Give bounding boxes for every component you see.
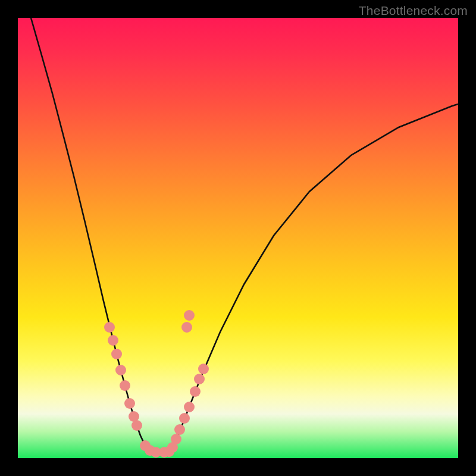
- data-point: [181, 322, 192, 333]
- curve-layer: [18, 18, 458, 458]
- data-point: [190, 386, 201, 397]
- data-point: [131, 420, 142, 431]
- data-point: [115, 365, 126, 375]
- data-point: [184, 402, 195, 412]
- data-point: [198, 364, 209, 374]
- chart-frame: TheBottleneck.com: [0, 0, 476, 476]
- data-point: [124, 398, 135, 409]
- data-point: [174, 424, 185, 435]
- data-point: [104, 322, 115, 333]
- data-point: [120, 380, 130, 391]
- series-left-curve: [31, 18, 148, 451]
- data-point: [171, 434, 181, 444]
- data-point: [108, 335, 118, 346]
- watermark-text: TheBottleneck.com: [359, 4, 468, 18]
- plot-area: [18, 18, 458, 458]
- series-right-curve: [170, 104, 458, 452]
- data-point: [184, 310, 195, 321]
- data-point: [194, 374, 205, 384]
- data-point: [111, 349, 122, 359]
- data-point: [179, 413, 190, 424]
